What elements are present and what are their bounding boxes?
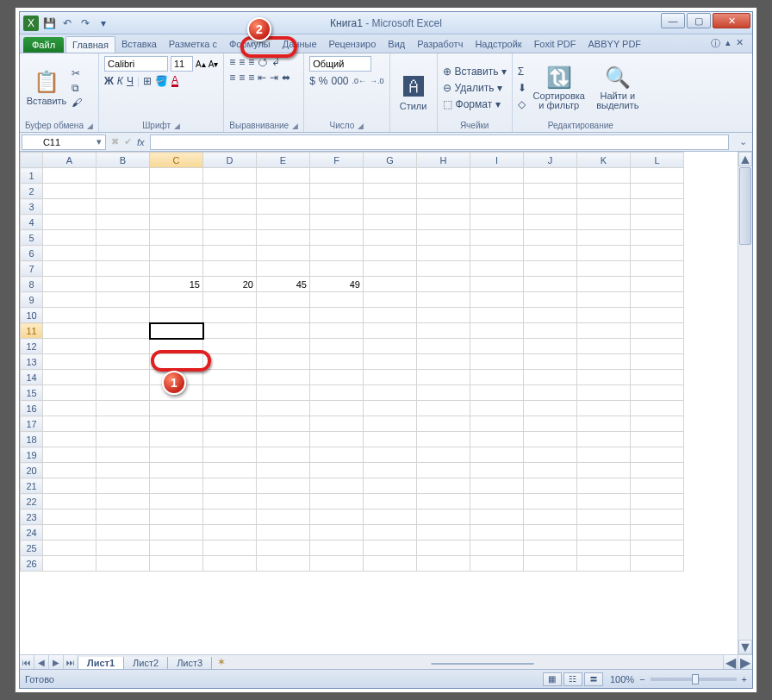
hscroll-thumb[interactable]: [431, 663, 534, 665]
row-header-3[interactable]: 3: [21, 199, 43, 215]
cell-A10[interactable]: [43, 308, 96, 323]
align-middle-icon[interactable]: ≡: [239, 56, 245, 68]
cell-E22[interactable]: [257, 494, 310, 509]
cell-G8[interactable]: [364, 277, 417, 292]
cell-L13[interactable]: [631, 354, 684, 370]
wrap-text-button[interactable]: ↲: [271, 56, 280, 68]
cell-C12[interactable]: [150, 339, 203, 354]
cell-H14[interactable]: [417, 370, 470, 385]
cell-C9[interactable]: [150, 292, 203, 308]
cell-I15[interactable]: [470, 385, 524, 401]
cell-A19[interactable]: [43, 447, 96, 463]
cell-H25[interactable]: [417, 541, 470, 556]
cell-A16[interactable]: [43, 401, 96, 416]
cell-F26[interactable]: [310, 556, 364, 572]
row-header-16[interactable]: 16: [21, 401, 43, 416]
cell-H1[interactable]: [417, 168, 470, 184]
cell-G1[interactable]: [364, 168, 417, 184]
minimize-button[interactable]: —: [661, 13, 685, 28]
cell-J12[interactable]: [524, 339, 577, 354]
cell-B9[interactable]: [96, 292, 150, 308]
row-header-21[interactable]: 21: [21, 478, 43, 494]
cell-H11[interactable]: [417, 323, 470, 339]
save-icon[interactable]: 💾: [41, 16, 57, 31]
sheet-nav-3[interactable]: ⏭: [64, 655, 78, 669]
format-painter-icon[interactable]: 🖌: [72, 97, 82, 109]
cell-G23[interactable]: [364, 509, 417, 525]
cell-K4[interactable]: [577, 215, 631, 230]
cell-J3[interactable]: [524, 199, 577, 215]
cell-A2[interactable]: [43, 184, 96, 199]
name-box-dropdown-icon[interactable]: ▾: [96, 136, 102, 147]
cell-C10[interactable]: [150, 308, 203, 323]
decrease-decimal-icon[interactable]: →.0: [370, 77, 384, 85]
cell-A8[interactable]: [43, 277, 96, 292]
cell-L10[interactable]: [631, 308, 684, 323]
cell-D6[interactable]: [203, 246, 257, 261]
shrink-font-icon[interactable]: A▾: [209, 59, 219, 69]
cell-D21[interactable]: [203, 478, 257, 494]
cell-H26[interactable]: [417, 556, 470, 572]
new-sheet-button[interactable]: ✶: [212, 656, 231, 668]
cell-L21[interactable]: [631, 478, 684, 494]
cell-K18[interactable]: [577, 432, 631, 447]
cell-F14[interactable]: [310, 370, 364, 385]
tab-данные[interactable]: Данные: [277, 36, 323, 53]
cell-B12[interactable]: [96, 339, 150, 354]
cell-E20[interactable]: [257, 463, 310, 478]
cell-B6[interactable]: [96, 246, 150, 261]
cell-C1[interactable]: [150, 168, 203, 184]
cell-E7[interactable]: [257, 261, 310, 277]
cell-C17[interactable]: [150, 416, 203, 432]
cell-F7[interactable]: [310, 261, 364, 277]
cell-H20[interactable]: [417, 463, 470, 478]
cell-H21[interactable]: [417, 478, 470, 494]
cell-L1[interactable]: [631, 168, 684, 184]
grow-font-icon[interactable]: A▴: [196, 59, 206, 69]
cell-L12[interactable]: [631, 339, 684, 354]
cell-B8[interactable]: [96, 277, 150, 292]
cell-B20[interactable]: [96, 463, 150, 478]
cell-E11[interactable]: [257, 323, 310, 339]
cell-H8[interactable]: [417, 277, 470, 292]
cell-L17[interactable]: [631, 416, 684, 432]
cell-A12[interactable]: [43, 339, 96, 354]
cell-L15[interactable]: [631, 385, 684, 401]
cell-I2[interactable]: [470, 184, 524, 199]
cell-L16[interactable]: [631, 401, 684, 416]
cell-H19[interactable]: [417, 447, 470, 463]
cell-B25[interactable]: [96, 541, 150, 556]
increase-decimal-icon[interactable]: .0←: [352, 77, 367, 85]
cell-H13[interactable]: [417, 354, 470, 370]
cut-icon[interactable]: ✂: [72, 67, 82, 79]
cell-L26[interactable]: [631, 556, 684, 572]
cell-I1[interactable]: [470, 168, 524, 184]
cell-B11[interactable]: [96, 323, 150, 339]
cell-J17[interactable]: [524, 416, 577, 432]
cell-A18[interactable]: [43, 432, 96, 447]
cell-F3[interactable]: [310, 199, 364, 215]
align-left-icon[interactable]: ≡: [229, 72, 235, 84]
cell-E5[interactable]: [257, 230, 310, 246]
cell-B16[interactable]: [96, 401, 150, 416]
cell-I16[interactable]: [470, 401, 524, 416]
cell-J1[interactable]: [524, 168, 577, 184]
cell-I13[interactable]: [470, 354, 524, 370]
cell-A13[interactable]: [43, 354, 96, 370]
cell-D24[interactable]: [203, 525, 257, 541]
cell-K22[interactable]: [577, 494, 631, 509]
cell-G7[interactable]: [364, 261, 417, 277]
col-header-L[interactable]: L: [631, 153, 684, 168]
cell-C14[interactable]: [150, 370, 203, 385]
cell-D5[interactable]: [203, 230, 257, 246]
cell-G6[interactable]: [364, 246, 417, 261]
cell-J23[interactable]: [524, 509, 577, 525]
tab-разметка с[interactable]: Разметка с: [163, 36, 223, 53]
col-header-A[interactable]: A: [43, 153, 96, 168]
cell-D8[interactable]: 20: [203, 277, 257, 292]
expand-formula-bar-icon[interactable]: ⌄: [734, 136, 752, 147]
alignment-launcher-icon[interactable]: ◢: [292, 122, 298, 130]
cell-E26[interactable]: [257, 556, 310, 572]
cell-C26[interactable]: [150, 556, 203, 572]
cell-L5[interactable]: [631, 230, 684, 246]
